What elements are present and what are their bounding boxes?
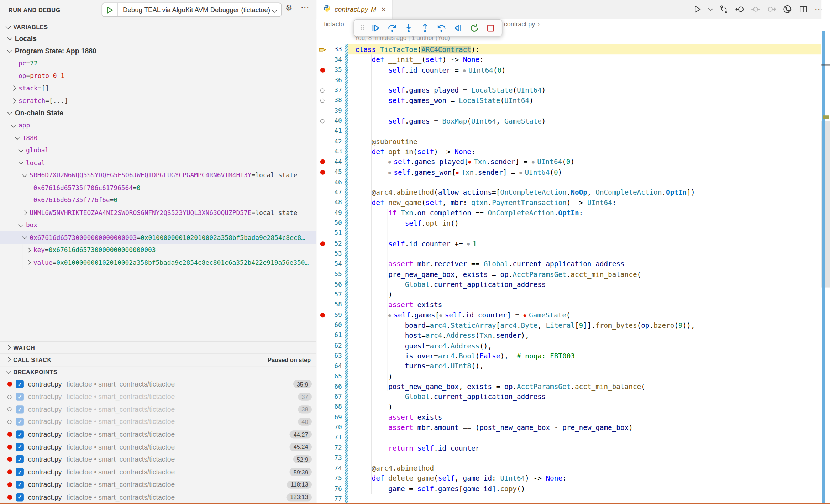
code-editor[interactable]: You, 8 minutes ago | 1 author (You) 33cl… [316,30,821,504]
variable-row[interactable]: 0x67616d65730000000000000003 = 0x0100000… [0,231,316,244]
source-control-graph-icon[interactable] [783,5,792,14]
code-line[interactable]: 63 is_over=arc4.Bool(False), # noqa: FBT… [316,351,821,361]
breakpoint-checkbox[interactable]: ✓ [16,468,24,476]
code-line[interactable]: 34 def __init__(self) -> None: [316,55,821,65]
code-line[interactable]: 40 self.games = BoxMap(UInt64, GameState… [316,116,821,126]
code-line[interactable]: 73 [316,453,821,463]
breakpoint-icon[interactable] [316,310,328,320]
breakpoint-row[interactable]: ✓contract.pytictactoe • smart_contracts/… [0,416,316,428]
code-line[interactable]: 66 post_new_game_box, exists = op.AcctPa… [316,382,821,392]
gear-icon[interactable]: ⚙ [285,3,293,13]
code-line[interactable]: 39 [316,106,821,116]
code-line[interactable]: 52 self.id_counter += ● 1 [316,238,821,249]
breakpoint-row[interactable]: ✓contract.pytictactoe • smart_contracts/… [0,390,316,403]
code-line[interactable]: 35 self.id_counter = ● UInt64(0) [316,65,821,75]
variable-row[interactable]: scratch = [...] [0,94,316,107]
code-line[interactable]: 57 ) [316,290,821,300]
breakpoint-checkbox[interactable]: ✓ [16,493,24,501]
go-back-icon[interactable] [735,5,744,14]
overview-ruler[interactable] [821,0,830,504]
code-line[interactable]: 48 def new_game(self, mbr: gtxn.PaymentT… [316,198,821,208]
run-dropdown-icon[interactable] [709,7,712,11]
open-changes-icon[interactable] [719,5,728,14]
breadcrumb-item-symbol[interactable]: … [542,21,549,28]
variable-row[interactable]: value = 0x010000000102010002a358bf5bada9… [0,256,316,269]
code-line[interactable]: 55 pre_new_game_box, exists = op.AcctPar… [316,269,821,279]
breakpoint-checkbox[interactable]: ✓ [16,430,24,438]
breakpoint-icon[interactable] [316,65,328,75]
breakpoint-row[interactable]: ✓contract.pytictactoe • smart_contracts/… [0,478,316,491]
code-line[interactable]: 59 ● self.games[● self.id_counter] = ● G… [316,310,821,320]
breakpoint-checkbox[interactable]: ✓ [16,456,24,463]
breakpoint-icon[interactable] [316,167,328,177]
code-line[interactable]: 36 [316,75,821,85]
step-back-icon[interactable] [436,21,447,34]
breakpoint-checkbox[interactable]: ✓ [16,418,24,426]
variable-row[interactable]: 1880 [0,132,316,144]
next-change-icon[interactable] [767,5,776,14]
drag-grip-icon[interactable]: ⠿ [360,24,364,32]
current-frame-arrow-icon[interactable] [316,44,328,55]
breakpoint-row[interactable]: ✓contract.pytictactoe • smart_contracts/… [0,491,316,503]
code-line[interactable]: 43 def opt_in(self) -> None: [316,147,821,157]
breakpoint-unverified-icon[interactable] [316,85,328,96]
code-line[interactable]: 61 host=arc4.Address(Txn.sender), [316,331,821,341]
variable-row[interactable]: local [0,157,316,169]
code-line[interactable]: 71 [316,432,821,443]
step-out-icon[interactable] [420,21,430,34]
previous-change-icon[interactable] [751,5,760,14]
code-line[interactable]: 76 game = self.games[game_id].copy() [316,484,821,494]
breadcrumb-item[interactable]: tictacto [324,21,344,28]
variable-row[interactable]: Program State: App 1880 [0,45,316,57]
code-line[interactable]: 53 [316,249,821,259]
code-line[interactable]: 50 self.opt_in() [316,218,821,229]
code-line[interactable]: 41 [316,126,821,137]
breakpoint-row[interactable]: ✓contract.pytictactoe • smart_contracts/… [0,378,316,390]
stop-icon[interactable] [485,21,496,34]
watch-section-header[interactable]: WATCH [0,341,316,353]
breakpoint-row[interactable]: ✓contract.pytictactoe • smart_contracts/… [0,428,316,441]
breakpoints-section-header[interactable]: BREAKPOINTS [0,366,316,378]
breadcrumb-item-file[interactable]: contract.py [504,21,535,28]
code-line[interactable]: 65 ) [316,371,821,382]
variable-row[interactable]: stack = [] [0,82,316,95]
code-line[interactable]: 47 @arc4.abimethod(allow_actions=[OnComp… [316,188,821,198]
code-line[interactable]: 67 Global.current_application_address [316,392,821,402]
code-line[interactable]: 60 board=arc4.StaticArray[arc4.Byte, Lit… [316,320,821,331]
breakpoint-row[interactable]: ✓contract.pytictactoe • smart_contracts/… [0,453,316,466]
code-line[interactable]: 56 Global.current_application_address [316,279,821,290]
breakpoint-row[interactable]: ✓contract.pytictactoe • smart_contracts/… [0,441,316,453]
breakpoint-checkbox[interactable]: ✓ [16,405,24,413]
split-editor-icon[interactable] [799,5,808,14]
step-over-icon[interactable] [387,21,397,34]
breakpoint-checkbox[interactable]: ✓ [16,443,24,451]
restart-icon[interactable] [469,21,479,34]
variable-row[interactable]: 0x67616d65735f706c61796564 = 0 [0,182,316,194]
code-line[interactable]: 70 assert mbr.amount == (post_new_game_b… [316,422,821,433]
more-actions-icon[interactable]: ⋯ [301,2,309,12]
start-debug-icon[interactable] [102,3,118,16]
code-line[interactable]: 37 self.games_played = LocalState(UInt64… [316,85,821,96]
run-python-file-icon[interactable] [693,5,702,14]
variable-row[interactable]: global [0,144,316,157]
code-line[interactable]: 42 @subroutine [316,136,821,147]
breakpoint-checkbox[interactable]: ✓ [16,393,24,401]
breakpoint-unverified-icon[interactable] [316,116,328,126]
breakpoint-checkbox[interactable]: ✓ [16,481,24,488]
call-stack-section-header[interactable]: CALL STACK Paused on step [0,353,316,365]
variable-row[interactable]: op = proto 0 1 [0,70,316,82]
variable-row[interactable]: Locals [0,32,316,45]
variables-section-header[interactable]: VARIABLES [0,21,316,33]
code-line[interactable]: 33class TicTacToe(ARC4Contract): [316,44,821,55]
breakpoint-row[interactable]: ✓contract.pytictactoe • smart_contracts/… [0,466,316,478]
breakpoint-unverified-icon[interactable] [316,95,328,106]
code-line[interactable]: 45 ● self.games_won[● Txn.sender] = ● UI… [316,167,821,177]
code-line[interactable]: 49 if Txn.on_completion == OnCompleteAct… [316,208,821,218]
code-line[interactable]: 72 return self.id_counter [316,443,821,453]
breakpoint-icon[interactable] [316,157,328,167]
reverse-continue-icon[interactable] [452,21,463,34]
variable-row[interactable]: On-chain State [0,107,316,119]
breakpoint-icon[interactable] [316,238,328,249]
code-line[interactable]: 51 [316,229,821,239]
code-line[interactable]: 62 guest=arc4.Address(), [316,341,821,351]
